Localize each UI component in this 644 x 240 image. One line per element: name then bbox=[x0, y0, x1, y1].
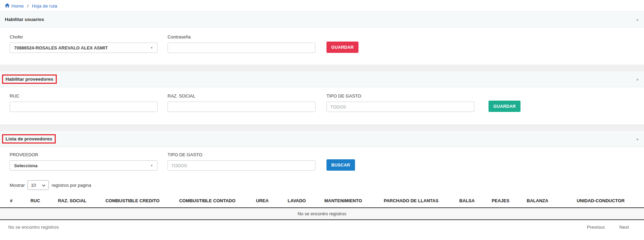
panel-proveedores-title: Habilitar proveedores bbox=[2, 75, 57, 84]
chevron-down-icon: ▼ bbox=[150, 164, 153, 167]
tipo-gasto-filter-input[interactable] bbox=[168, 160, 315, 171]
section-divider bbox=[0, 65, 644, 71]
guardar-proveedor-button[interactable]: GUARDAR bbox=[489, 101, 520, 112]
chofer-select[interactable]: 70886524-ROSALES AREVALO ALEX ASMIT ▼ bbox=[10, 43, 158, 53]
guardar-usuario-button[interactable]: GUARDAR bbox=[326, 42, 358, 53]
ruc-label: RUC bbox=[10, 93, 158, 99]
breadcrumb-separator: / bbox=[26, 3, 29, 9]
table-header-cell: # bbox=[0, 194, 22, 208]
proveedores-table: #RUCRAZ. SOCIALCOMBUSTIBLE CREDITOCOMBUS… bbox=[0, 194, 644, 220]
ruc-field-group: RUC bbox=[10, 93, 158, 112]
tipo-gasto-filter-label: TIPO DE GASTO bbox=[168, 152, 315, 158]
panel-lista-body: PROVEEDOR Selecciona ▼ TIPO DE GASTO BUS… bbox=[0, 147, 644, 190]
razon-social-field-group: RAZ. SOCIAL bbox=[168, 93, 315, 112]
panel-habilitar-proveedores: Habilitar proveedores ▲ RUC RAZ. SOCIAL … bbox=[0, 71, 644, 124]
tipo-gasto-input[interactable] bbox=[326, 102, 474, 112]
table-empty-row: No se encontro registros bbox=[0, 208, 644, 220]
table-header-cell: UREA bbox=[246, 194, 279, 208]
panel-lista-header: Lista de proveedores ▲ bbox=[0, 131, 644, 147]
table-header-cell: LAVADO bbox=[279, 194, 315, 208]
collapse-up-icon[interactable]: ▲ bbox=[636, 18, 639, 21]
collapse-up-icon[interactable]: ▲ bbox=[636, 137, 639, 141]
ruc-input[interactable] bbox=[10, 102, 158, 112]
table-header-cell: PARCHADO DE LLANTAS bbox=[372, 194, 451, 208]
per-page-label: registros por pagina bbox=[52, 183, 91, 188]
table-header-cell: BALSA bbox=[451, 194, 483, 208]
table-empty-cell: No se encontro registros bbox=[0, 208, 644, 220]
panel-usuarios-title: Habilitar usuarios bbox=[5, 17, 44, 22]
table-header-cell: UNIDAD-CONDUCTOR bbox=[557, 194, 644, 208]
chofer-select-value: 70886524-ROSALES AREVALO ALEX ASMIT bbox=[14, 45, 108, 50]
proveedor-label: PROVEEDOR bbox=[10, 152, 158, 158]
panel-lista-title: Lista de proveedores bbox=[2, 134, 56, 144]
proveedor-select-value: Selecciona bbox=[14, 163, 37, 168]
panel-usuarios-body: Chofer 70886524-ROSALES AREVALO ALEX ASM… bbox=[0, 27, 644, 65]
password-field-group: Contraseña bbox=[168, 34, 315, 53]
chofer-label: Chofer bbox=[10, 34, 158, 40]
collapse-up-icon[interactable]: ▲ bbox=[636, 78, 639, 81]
password-label: Contraseña bbox=[168, 34, 315, 40]
page-size-select[interactable]: 10 bbox=[28, 180, 49, 190]
mostrar-label: Mostrar bbox=[10, 183, 25, 188]
breadcrumb-home-link[interactable]: Home bbox=[5, 3, 24, 9]
table-header-cell: RAZ. SOCIAL bbox=[48, 194, 96, 208]
page-size-value: 10 bbox=[31, 183, 36, 188]
panel-proveedores-body: RUC RAZ. SOCIAL TIPO DE GASTO GUARDAR bbox=[0, 87, 644, 124]
panel-habilitar-usuarios: Habilitar usuarios ▲ Chofer 70886524-ROS… bbox=[0, 12, 644, 65]
password-input[interactable] bbox=[168, 43, 315, 53]
chevron-down-icon: ▼ bbox=[150, 46, 153, 49]
section-divider bbox=[0, 124, 644, 131]
table-header-cell: BALANZA bbox=[518, 194, 557, 208]
table-header-cell: COMBUSTIBLE CONTADO bbox=[169, 194, 246, 208]
home-icon bbox=[5, 3, 10, 9]
proveedor-select[interactable]: Selecciona ▼ bbox=[10, 160, 158, 171]
panel-lista-proveedores: Lista de proveedores ▲ PROVEEDOR Selecci… bbox=[0, 131, 644, 230]
table-header-row: #RUCRAZ. SOCIALCOMBUSTIBLE CREDITOCOMBUS… bbox=[0, 194, 644, 208]
previous-page-button[interactable]: Previous bbox=[587, 225, 605, 230]
table-info-text: No se encontro registros bbox=[8, 225, 59, 230]
buscar-button[interactable]: BUSCAR bbox=[326, 159, 355, 171]
chofer-field: Chofer 70886524-ROSALES AREVALO ALEX ASM… bbox=[10, 34, 158, 53]
page-size-row: Mostrar 10 registros por pagina bbox=[10, 180, 634, 190]
table-header-cell: MANTENIMIENTO bbox=[315, 194, 372, 208]
razon-social-label: RAZ. SOCIAL bbox=[168, 93, 315, 99]
next-page-button[interactable]: Next bbox=[619, 225, 629, 230]
table-header-cell: COMBUSTIBLE CREDITO bbox=[96, 194, 169, 208]
pagination: Previous Next bbox=[587, 225, 629, 230]
tipo-gasto-filter-group: TIPO DE GASTO bbox=[168, 152, 315, 171]
razon-social-input[interactable] bbox=[168, 102, 315, 112]
breadcrumb: Home / Hoja de ruta bbox=[0, 0, 644, 12]
breadcrumb-home-label: Home bbox=[11, 3, 24, 9]
panel-proveedores-header: Habilitar proveedores ▲ bbox=[0, 71, 644, 87]
panel-usuarios-header: Habilitar usuarios ▲ bbox=[0, 12, 644, 27]
proveedor-field: PROVEEDOR Selecciona ▼ bbox=[10, 152, 158, 171]
tipo-gasto-label: TIPO DE GASTO bbox=[326, 93, 474, 99]
table-footer: No se encontro registros Previous Next bbox=[0, 220, 644, 230]
table-header-cell: RUC bbox=[22, 194, 48, 208]
tipo-gasto-field-group: TIPO DE GASTO bbox=[326, 93, 474, 112]
table-header-cell: PEAJES bbox=[483, 194, 518, 208]
chevron-down-icon bbox=[42, 183, 45, 188]
breadcrumb-current-link[interactable]: Hoja de ruta bbox=[32, 3, 57, 9]
